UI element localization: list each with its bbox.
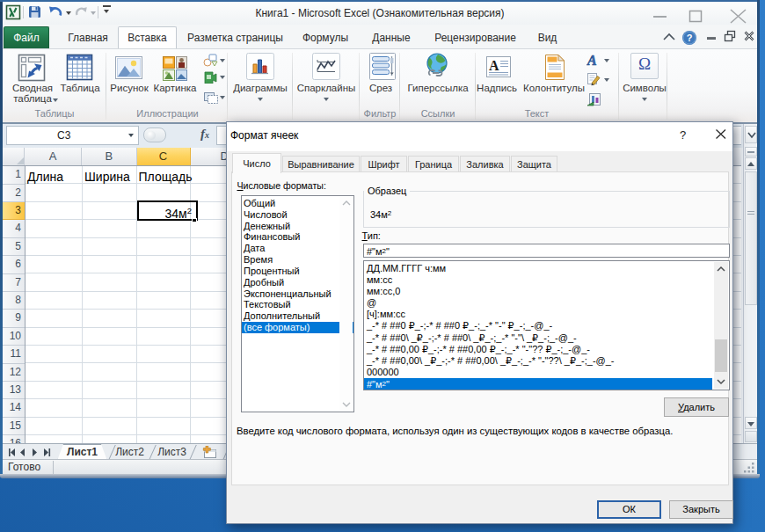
svg-text:A: A [586,53,597,67]
svg-text:A: A [489,58,499,73]
svg-text:?: ? [687,33,693,43]
